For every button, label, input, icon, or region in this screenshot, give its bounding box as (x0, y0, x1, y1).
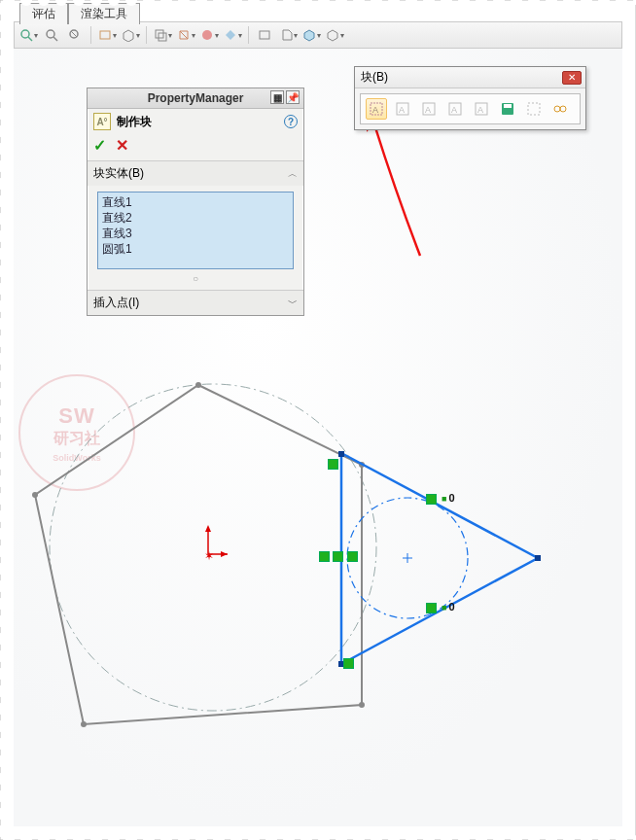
list-item[interactable]: 直线3 (102, 226, 289, 241)
toolbar-separator (248, 26, 249, 44)
orientation-icon[interactable] (121, 25, 140, 45)
svg-rect-6 (156, 30, 163, 38)
block-toolbar-titlebar[interactable]: 块(B) ✕ (355, 67, 585, 88)
block-toolbar-title: 块(B) (361, 69, 388, 86)
pm-group-insert-point-label: 插入点(I) (93, 295, 139, 311)
make-block-icon: A° (93, 113, 111, 130)
property-manager-title-text: PropertyManager (148, 91, 244, 105)
svg-point-14 (359, 702, 365, 708)
block-toolbar-row: A A A A A (360, 93, 581, 124)
toolbar-separator (146, 26, 147, 44)
svg-line-3 (53, 37, 57, 41)
render-tool2-icon[interactable] (325, 25, 344, 45)
make-block-icon[interactable]: A (366, 98, 387, 120)
sketch-relation-handle[interactable] (319, 551, 330, 562)
svg-rect-51 (0, 0, 8, 840)
svg-text:A: A (399, 105, 405, 115)
block-toolbar-popup: 块(B) ✕ A A A A A (354, 66, 586, 130)
svg-marker-18 (341, 453, 538, 664)
close-icon[interactable]: ✕ (562, 71, 582, 85)
tab-render-tools[interactable]: 渲染工具 (68, 3, 140, 24)
display-style-icon[interactable] (153, 25, 172, 45)
scene-icon[interactable] (223, 25, 242, 45)
sketch-relation-handle[interactable] (347, 551, 358, 562)
resize-grip-icon[interactable]: ○ (88, 273, 303, 284)
svg-text:A: A (425, 105, 431, 115)
zoom-area-icon[interactable] (42, 25, 61, 45)
explode-block-icon[interactable] (523, 98, 545, 120)
sketch-relation-handle[interactable] (426, 494, 437, 505)
hide-show-icon[interactable] (176, 25, 195, 45)
svg-point-42 (554, 106, 560, 112)
annotation-view-icon[interactable] (278, 25, 298, 45)
tab-evaluate[interactable]: 评估 (19, 3, 68, 24)
property-manager-title: PropertyManager ▦ 📌 (88, 88, 303, 109)
dimension-label: 0 (442, 601, 455, 612)
list-item[interactable]: 直线2 (102, 210, 289, 226)
pm-group-insert-point-header[interactable]: 插入点(I) ﹀ (88, 290, 303, 315)
svg-rect-40 (504, 104, 512, 108)
svg-line-1 (28, 37, 32, 41)
svg-rect-7 (159, 33, 166, 41)
svg-point-43 (560, 106, 566, 112)
pm-group-entities-label: 块实体(B) (93, 165, 144, 182)
svg-rect-20 (535, 555, 541, 561)
pm-feature-name: 制作块 (117, 114, 152, 130)
help-icon[interactable]: ? (284, 115, 298, 128)
svg-text:A: A (372, 105, 378, 115)
rebuild-block-icon[interactable]: A (471, 98, 492, 120)
sketch-relation-handle[interactable] (343, 658, 354, 669)
list-item[interactable]: 直线1 (102, 194, 289, 210)
addremove-block-icon[interactable]: A (444, 98, 466, 120)
view-settings-icon[interactable] (255, 25, 274, 45)
block-entities-list[interactable]: 直线1 直线2 直线3 圆弧1 (97, 192, 294, 269)
cancel-button[interactable]: ✕ (116, 136, 128, 155)
chevron-up-icon: ︿ (288, 167, 298, 181)
svg-point-8 (202, 30, 212, 40)
svg-rect-19 (338, 451, 344, 457)
chevron-down-icon: ﹀ (288, 297, 298, 310)
svg-point-10 (50, 384, 376, 711)
pm-group-entities-header[interactable]: 块实体(B) ︿ (88, 160, 303, 186)
svg-rect-5 (100, 31, 110, 39)
pm-pin-icon[interactable]: 📌 (286, 90, 300, 104)
svg-point-16 (32, 492, 38, 498)
sketch-relation-handle[interactable] (328, 459, 338, 470)
svg-rect-41 (528, 103, 540, 115)
svg-text:A: A (477, 105, 483, 115)
insert-block-icon[interactable]: A (418, 98, 440, 120)
ok-button[interactable]: ✓ (93, 136, 106, 155)
belt-chain-icon[interactable] (549, 98, 571, 120)
svg-rect-50 (0, 832, 636, 840)
sketch-relation-handle[interactable] (333, 551, 343, 562)
pm-layout-icon[interactable]: ▦ (270, 90, 284, 104)
prev-view-icon[interactable] (65, 25, 85, 45)
svg-text:A: A (451, 105, 457, 115)
zoom-fit-icon[interactable] (18, 25, 38, 45)
edit-block-icon[interactable]: A (392, 98, 413, 120)
list-item[interactable]: 圆弧1 (102, 241, 289, 257)
sketch-relation-handle[interactable] (426, 603, 437, 613)
svg-point-12 (195, 382, 201, 388)
graphics-canvas[interactable]: SW 研习社 SolidWorks ✶ (14, 49, 622, 826)
command-tabs: 评估 渲染工具 (19, 2, 140, 23)
pm-confirm-row: ✓ ✕ (88, 134, 303, 160)
section-view-icon[interactable] (97, 25, 117, 45)
svg-point-2 (47, 30, 54, 38)
dimension-label: 0 (442, 492, 455, 504)
view-toolbar (14, 21, 622, 49)
svg-rect-52 (628, 0, 636, 840)
render-tool-icon[interactable] (301, 25, 321, 45)
toolbar-separator (90, 26, 91, 44)
property-manager-panel: PropertyManager ▦ 📌 A° 制作块 ? ✓ ✕ 块实体(B) … (87, 88, 304, 316)
appearance-icon[interactable] (199, 25, 219, 45)
pm-feature-row: A° 制作块 ? (88, 109, 303, 134)
svg-point-15 (81, 721, 87, 727)
save-block-icon[interactable] (497, 98, 518, 120)
svg-rect-9 (260, 31, 269, 39)
svg-point-0 (21, 30, 29, 38)
svg-marker-11 (35, 385, 362, 724)
